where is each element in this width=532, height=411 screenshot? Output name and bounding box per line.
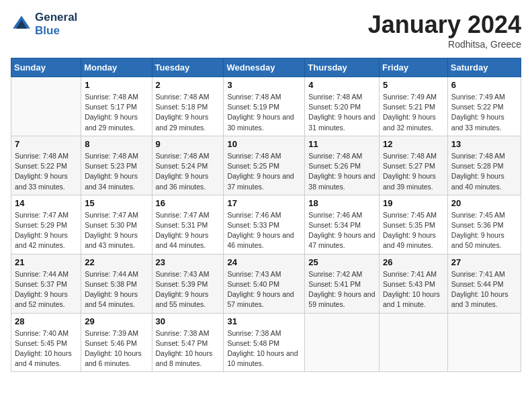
day-number: 15	[85, 198, 148, 208]
calendar-cell: 26Sunrise: 7:41 AMSunset: 5:43 PMDayligh…	[380, 254, 448, 313]
day-number: 10	[227, 139, 301, 149]
weekday-header-tuesday: Tuesday	[152, 58, 224, 77]
calendar-cell: 15Sunrise: 7:47 AMSunset: 5:30 PMDayligh…	[81, 195, 152, 254]
calendar-cell: 27Sunrise: 7:41 AMSunset: 5:44 PMDayligh…	[447, 254, 521, 313]
day-info: Sunrise: 7:48 AMSunset: 5:20 PMDaylight:…	[308, 92, 375, 133]
calendar-cell	[447, 313, 521, 372]
location-title: Rodhitsa, Greece	[368, 39, 521, 50]
calendar-week-row: 14Sunrise: 7:47 AMSunset: 5:29 PMDayligh…	[11, 195, 521, 254]
day-info: Sunrise: 7:46 AMSunset: 5:33 PMDaylight:…	[227, 210, 301, 251]
day-info: Sunrise: 7:49 AMSunset: 5:22 PMDaylight:…	[451, 92, 517, 133]
calendar-week-row: 21Sunrise: 7:44 AMSunset: 5:37 PMDayligh…	[11, 254, 521, 313]
weekday-header-sunday: Sunday	[11, 58, 81, 77]
calendar-cell: 5Sunrise: 7:49 AMSunset: 5:21 PMDaylight…	[380, 77, 448, 136]
calendar-cell: 23Sunrise: 7:43 AMSunset: 5:39 PMDayligh…	[152, 254, 224, 313]
calendar-week-row: 1Sunrise: 7:48 AMSunset: 5:17 PMDaylight…	[11, 77, 521, 136]
day-number: 1	[85, 80, 148, 90]
day-number: 13	[451, 139, 517, 149]
calendar-cell: 21Sunrise: 7:44 AMSunset: 5:37 PMDayligh…	[11, 254, 81, 313]
day-number: 29	[85, 316, 148, 326]
day-info: Sunrise: 7:47 AMSunset: 5:30 PMDaylight:…	[85, 210, 148, 251]
day-number: 6	[451, 80, 517, 90]
day-info: Sunrise: 7:48 AMSunset: 5:24 PMDaylight:…	[156, 151, 220, 192]
month-title: January 2024	[368, 11, 521, 39]
day-info: Sunrise: 7:49 AMSunset: 5:21 PMDaylight:…	[383, 92, 444, 133]
day-number: 27	[451, 257, 517, 267]
day-number: 21	[15, 257, 77, 267]
day-number: 18	[308, 198, 375, 208]
day-number: 19	[383, 198, 444, 208]
day-number: 8	[85, 139, 148, 149]
day-number: 2	[156, 80, 220, 90]
calendar-cell: 22Sunrise: 7:44 AMSunset: 5:38 PMDayligh…	[81, 254, 152, 313]
calendar-cell	[380, 313, 448, 372]
day-number: 5	[383, 80, 444, 90]
logo-text: General Blue	[35, 11, 77, 37]
logo-icon	[11, 13, 32, 35]
day-info: Sunrise: 7:46 AMSunset: 5:34 PMDaylight:…	[308, 210, 375, 251]
calendar-cell: 10Sunrise: 7:48 AMSunset: 5:25 PMDayligh…	[224, 136, 305, 195]
day-info: Sunrise: 7:38 AMSunset: 5:48 PMDaylight:…	[227, 328, 301, 369]
day-info: Sunrise: 7:48 AMSunset: 5:23 PMDaylight:…	[85, 151, 148, 192]
day-info: Sunrise: 7:48 AMSunset: 5:22 PMDaylight:…	[15, 151, 77, 192]
day-info: Sunrise: 7:47 AMSunset: 5:31 PMDaylight:…	[156, 210, 220, 251]
day-number: 25	[308, 257, 375, 267]
day-info: Sunrise: 7:41 AMSunset: 5:44 PMDaylight:…	[451, 269, 517, 310]
day-info: Sunrise: 7:43 AMSunset: 5:40 PMDaylight:…	[227, 269, 301, 310]
day-info: Sunrise: 7:48 AMSunset: 5:25 PMDaylight:…	[227, 151, 301, 192]
calendar-week-row: 7Sunrise: 7:48 AMSunset: 5:22 PMDaylight…	[11, 136, 521, 195]
calendar-cell: 13Sunrise: 7:48 AMSunset: 5:28 PMDayligh…	[447, 136, 521, 195]
day-number: 31	[227, 316, 301, 326]
day-number: 22	[85, 257, 148, 267]
day-number: 28	[15, 316, 77, 326]
day-info: Sunrise: 7:38 AMSunset: 5:47 PMDaylight:…	[156, 328, 220, 369]
day-info: Sunrise: 7:45 AMSunset: 5:36 PMDaylight:…	[451, 210, 517, 251]
header-row: SundayMondayTuesdayWednesdayThursdayFrid…	[11, 58, 521, 77]
calendar-cell: 28Sunrise: 7:40 AMSunset: 5:45 PMDayligh…	[11, 313, 81, 372]
calendar-table: SundayMondayTuesdayWednesdayThursdayFrid…	[11, 58, 521, 372]
day-info: Sunrise: 7:48 AMSunset: 5:17 PMDaylight:…	[85, 92, 148, 133]
calendar-cell: 2Sunrise: 7:48 AMSunset: 5:18 PMDaylight…	[152, 77, 224, 136]
day-number: 3	[227, 80, 301, 90]
day-number: 24	[227, 257, 301, 267]
calendar-cell: 12Sunrise: 7:48 AMSunset: 5:27 PMDayligh…	[380, 136, 448, 195]
page-header: General Blue January 2024 Rodhitsa, Gree…	[11, 11, 521, 50]
day-number: 17	[227, 198, 301, 208]
day-number: 4	[308, 80, 375, 90]
day-info: Sunrise: 7:48 AMSunset: 5:26 PMDaylight:…	[308, 151, 375, 192]
day-info: Sunrise: 7:44 AMSunset: 5:37 PMDaylight:…	[15, 269, 77, 310]
calendar-cell: 18Sunrise: 7:46 AMSunset: 5:34 PMDayligh…	[305, 195, 380, 254]
calendar-cell: 31Sunrise: 7:38 AMSunset: 5:48 PMDayligh…	[224, 313, 305, 372]
calendar-cell: 7Sunrise: 7:48 AMSunset: 5:22 PMDaylight…	[11, 136, 81, 195]
calendar-cell: 16Sunrise: 7:47 AMSunset: 5:31 PMDayligh…	[152, 195, 224, 254]
day-number: 16	[156, 198, 220, 208]
day-number: 7	[15, 139, 77, 149]
calendar-cell	[305, 313, 380, 372]
day-info: Sunrise: 7:44 AMSunset: 5:38 PMDaylight:…	[85, 269, 148, 310]
weekday-header-saturday: Saturday	[447, 58, 521, 77]
day-info: Sunrise: 7:45 AMSunset: 5:35 PMDaylight:…	[383, 210, 444, 251]
day-info: Sunrise: 7:47 AMSunset: 5:29 PMDaylight:…	[15, 210, 77, 251]
calendar-cell: 3Sunrise: 7:48 AMSunset: 5:19 PMDaylight…	[224, 77, 305, 136]
calendar-cell: 9Sunrise: 7:48 AMSunset: 5:24 PMDaylight…	[152, 136, 224, 195]
day-number: 12	[383, 139, 444, 149]
calendar-week-row: 28Sunrise: 7:40 AMSunset: 5:45 PMDayligh…	[11, 313, 521, 372]
day-number: 11	[308, 139, 375, 149]
weekday-header-wednesday: Wednesday	[224, 58, 305, 77]
day-info: Sunrise: 7:48 AMSunset: 5:27 PMDaylight:…	[383, 151, 444, 192]
day-info: Sunrise: 7:48 AMSunset: 5:18 PMDaylight:…	[156, 92, 220, 133]
day-number: 23	[156, 257, 220, 267]
day-info: Sunrise: 7:42 AMSunset: 5:41 PMDaylight:…	[308, 269, 375, 310]
calendar-cell: 14Sunrise: 7:47 AMSunset: 5:29 PMDayligh…	[11, 195, 81, 254]
day-info: Sunrise: 7:41 AMSunset: 5:43 PMDaylight:…	[383, 269, 444, 310]
calendar-cell: 20Sunrise: 7:45 AMSunset: 5:36 PMDayligh…	[447, 195, 521, 254]
weekday-header-thursday: Thursday	[305, 58, 380, 77]
calendar-cell	[11, 77, 81, 136]
weekday-header-friday: Friday	[380, 58, 448, 77]
day-number: 9	[156, 139, 220, 149]
calendar-cell: 30Sunrise: 7:38 AMSunset: 5:47 PMDayligh…	[152, 313, 224, 372]
calendar-cell: 19Sunrise: 7:45 AMSunset: 5:35 PMDayligh…	[380, 195, 448, 254]
calendar-cell: 8Sunrise: 7:48 AMSunset: 5:23 PMDaylight…	[81, 136, 152, 195]
day-number: 20	[451, 198, 517, 208]
day-info: Sunrise: 7:40 AMSunset: 5:45 PMDaylight:…	[15, 328, 77, 369]
